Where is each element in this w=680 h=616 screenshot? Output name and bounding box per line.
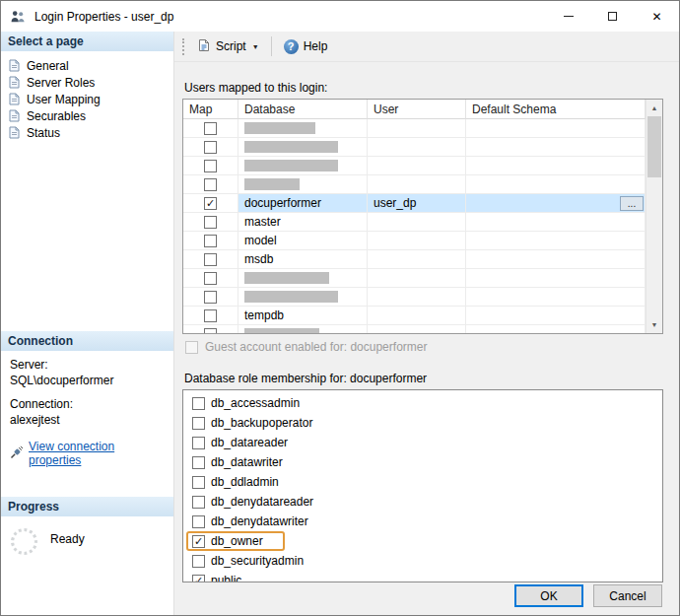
default-schema-cell[interactable] (466, 250, 646, 269)
map-checkbox[interactable] (204, 197, 217, 210)
map-checkbox[interactable] (204, 253, 217, 266)
table-row-tempdb[interactable]: tempdb (183, 307, 646, 325)
table-row[interactable] (183, 288, 646, 307)
user-cell[interactable] (368, 307, 466, 325)
database-cell[interactable] (238, 138, 368, 157)
map-cell[interactable] (183, 250, 238, 269)
sidebar-item-securables[interactable]: Securables (1, 107, 173, 124)
role-item-db_denydatawriter[interactable]: db_denydatawriter (183, 512, 662, 531)
role-checkbox[interactable] (192, 456, 205, 469)
map-cell[interactable] (183, 288, 238, 307)
maximize-button[interactable] (590, 1, 635, 32)
role-checkbox[interactable] (192, 437, 205, 449)
scrollbar-thumb[interactable] (647, 116, 661, 177)
table-row-docuperformer[interactable]: docuperformeruser_dp... (183, 194, 646, 213)
map-checkbox[interactable] (204, 141, 217, 154)
default-schema-cell[interactable] (466, 119, 646, 138)
map-cell[interactable] (183, 269, 238, 288)
ok-button[interactable]: OK (514, 584, 583, 607)
default-schema-cell[interactable] (466, 307, 646, 325)
default-schema-cell[interactable] (466, 232, 646, 250)
default-schema-cell[interactable] (466, 325, 646, 333)
database-cell[interactable]: docuperformer (238, 194, 368, 213)
database-cell[interactable]: master (238, 213, 368, 232)
script-button[interactable]: Script ▼ (191, 34, 265, 59)
scroll-down-icon[interactable]: ▼ (646, 316, 662, 333)
minimize-button[interactable] (546, 1, 590, 32)
role-checkbox[interactable] (192, 397, 205, 410)
view-connection-properties-link[interactable]: View connection properties (29, 440, 165, 467)
table-row[interactable] (183, 157, 646, 175)
database-cell[interactable] (238, 325, 368, 333)
role-checkbox[interactable] (192, 515, 205, 528)
role-item-db_datareader[interactable]: db_datareader (183, 433, 662, 452)
table-row-msdb[interactable]: msdb (183, 250, 646, 269)
table-row[interactable] (183, 119, 646, 138)
default-schema-cell[interactable]: ... (466, 194, 646, 213)
role-checkbox[interactable] (192, 555, 205, 568)
user-cell[interactable] (368, 232, 466, 250)
sidebar-item-server-roles[interactable]: Server Roles (1, 74, 173, 91)
map-checkbox[interactable] (204, 122, 217, 135)
table-row[interactable] (183, 325, 646, 333)
user-cell[interactable]: user_dp (368, 194, 466, 213)
role-item-db_securityadmin[interactable]: db_securityadmin (183, 551, 662, 571)
map-checkbox[interactable] (204, 160, 217, 172)
default-schema-cell[interactable] (466, 288, 646, 307)
user-cell[interactable] (368, 250, 466, 269)
table-row-model[interactable]: model (183, 232, 646, 250)
map-cell[interactable] (183, 232, 238, 250)
database-cell[interactable]: tempdb (238, 307, 368, 325)
user-cell[interactable] (368, 175, 466, 194)
role-checkbox[interactable] (192, 476, 205, 489)
map-checkbox[interactable] (204, 235, 217, 247)
map-cell[interactable] (183, 307, 238, 325)
role-item-db_owner[interactable]: db_owner (183, 531, 662, 551)
scrollbar-track[interactable] (646, 116, 662, 316)
table-row[interactable] (183, 269, 646, 288)
map-checkbox[interactable] (204, 291, 217, 304)
database-cell[interactable]: model (238, 232, 368, 250)
default-schema-cell[interactable] (466, 138, 646, 157)
table-scrollbar[interactable]: ▲ ▼ (646, 100, 662, 333)
map-checkbox[interactable] (204, 178, 217, 191)
map-checkbox[interactable] (204, 216, 217, 229)
sidebar-item-status[interactable]: Status (1, 124, 173, 141)
sidebar-item-user-mapping[interactable]: User Mapping (1, 91, 173, 107)
scroll-up-icon[interactable]: ▲ (646, 100, 662, 116)
default-schema-cell[interactable] (466, 157, 646, 175)
database-cell[interactable] (238, 119, 368, 138)
map-checkbox[interactable] (204, 328, 217, 334)
map-cell[interactable] (183, 194, 238, 213)
browse-button[interactable]: ... (620, 196, 644, 211)
user-cell[interactable] (368, 213, 466, 232)
user-cell[interactable] (368, 119, 466, 138)
default-schema-cell[interactable] (466, 269, 646, 288)
database-cell[interactable] (238, 269, 368, 288)
map-cell[interactable] (183, 157, 238, 175)
close-button[interactable]: ✕ (635, 1, 679, 32)
table-row-master[interactable]: master (183, 213, 646, 232)
database-cell[interactable] (238, 288, 368, 307)
role-item-public[interactable]: public (183, 571, 662, 582)
role-item-db_denydatareader[interactable]: db_denydatareader (183, 492, 662, 512)
map-checkbox[interactable] (204, 309, 217, 322)
map-cell[interactable] (183, 138, 238, 157)
role-checkbox[interactable] (192, 496, 205, 509)
map-checkbox[interactable] (204, 272, 217, 285)
role-item-db_datawriter[interactable]: db_datawriter (183, 452, 662, 472)
role-checkbox[interactable] (192, 575, 205, 583)
user-cell[interactable] (368, 157, 466, 175)
role-item-db_accessadmin[interactable]: db_accessadmin (183, 393, 662, 413)
user-cell[interactable] (368, 269, 466, 288)
database-cell[interactable]: msdb (238, 250, 368, 269)
sidebar-item-general[interactable]: General (1, 57, 173, 74)
user-cell[interactable] (368, 288, 466, 307)
user-cell[interactable] (368, 138, 466, 157)
role-item-db_ddladmin[interactable]: db_ddladmin (183, 472, 662, 492)
help-button[interactable]: ? Help (278, 35, 334, 58)
database-cell[interactable] (238, 157, 368, 175)
map-cell[interactable] (183, 119, 238, 138)
map-cell[interactable] (183, 213, 238, 232)
default-schema-cell[interactable] (466, 213, 646, 232)
